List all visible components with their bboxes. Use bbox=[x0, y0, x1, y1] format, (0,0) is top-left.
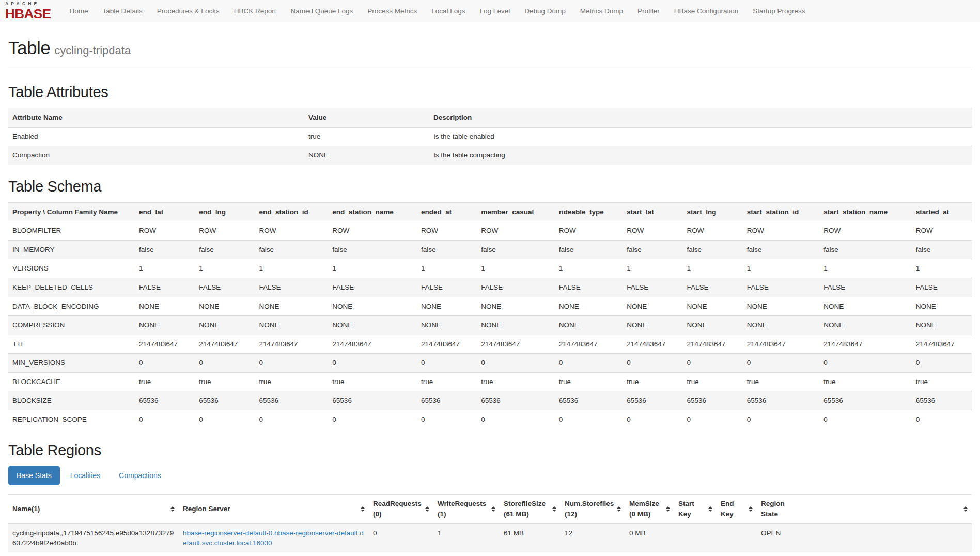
schema-value-cell: 2147483647 bbox=[135, 335, 195, 354]
regions-col-readrequests-0[interactable]: ReadRequests (0) bbox=[369, 495, 433, 523]
nav-items: HomeTable DetailsProcedures & LocksHBCK … bbox=[63, 2, 813, 21]
hbase-logo[interactable]: APACHE HBASE bbox=[5, 2, 51, 20]
sort-up-arrow bbox=[552, 506, 556, 509]
sort-icon bbox=[361, 506, 365, 512]
schema-value-cell: NONE bbox=[682, 297, 742, 316]
table-row: cycling-tripdata,,1719475156245.e95d0a13… bbox=[8, 523, 972, 552]
schema-value-cell: 1 bbox=[328, 259, 417, 278]
tab-localities[interactable]: Localities bbox=[62, 466, 108, 485]
cell-end-key bbox=[717, 523, 757, 552]
attributes-col-description: Description bbox=[429, 108, 972, 128]
nav-item-named-queue-logs[interactable]: Named Queue Logs bbox=[283, 2, 360, 21]
sort-up-arrow bbox=[617, 506, 621, 509]
schema-value-cell: 0 bbox=[819, 410, 911, 428]
sort-down-arrow bbox=[491, 510, 495, 512]
schema-value-cell: ROW bbox=[255, 221, 328, 241]
schema-header-row: Property \ Column Family Nameend_latend_… bbox=[8, 202, 972, 221]
schema-value-cell: 1 bbox=[743, 259, 820, 278]
sort-icon bbox=[666, 506, 670, 512]
nav-item-startup-progress[interactable]: Startup Progress bbox=[745, 2, 812, 21]
schema-property-name: COMPRESSION bbox=[8, 316, 135, 335]
nav-item-procedures-locks[interactable]: Procedures & Locks bbox=[150, 2, 227, 21]
sort-up-arrow bbox=[666, 506, 670, 509]
schema-value-cell: 0 bbox=[417, 354, 477, 373]
schema-value-cell: false bbox=[135, 240, 195, 259]
schema-value-cell: 1 bbox=[819, 259, 911, 278]
schema-value-cell: FALSE bbox=[328, 278, 417, 297]
schema-property-name: IN_MEMORY bbox=[8, 240, 135, 259]
regions-col-num-storefiles-12[interactable]: Num.Storefiles (12) bbox=[561, 495, 625, 523]
sort-up-arrow bbox=[361, 506, 365, 509]
cell-region-state: OPEN bbox=[757, 523, 972, 552]
schema-value-cell: FALSE bbox=[555, 278, 623, 297]
regions-col-region-server[interactable]: Region Server bbox=[179, 495, 369, 523]
regions-col-label: ReadRequests (0) bbox=[373, 499, 423, 519]
schema-value-cell: false bbox=[623, 240, 682, 259]
regions-col-label: Start Key bbox=[678, 499, 700, 519]
table-row: TTL2147483647214748364721474836472147483… bbox=[8, 335, 972, 354]
schema-value-cell: false bbox=[555, 240, 623, 259]
attributes-body: Attribute NameValueDescriptionEnabledtru… bbox=[8, 108, 972, 165]
schema-value-cell: 2147483647 bbox=[682, 335, 742, 354]
attributes-col-attribute-name: Attribute Name bbox=[8, 108, 304, 128]
sort-up-arrow bbox=[425, 506, 429, 509]
schema-value-cell: 0 bbox=[912, 410, 972, 428]
schema-value-cell: 1 bbox=[255, 259, 328, 278]
regions-col-end-key[interactable]: End Key bbox=[717, 495, 757, 523]
regions-col-memsize-0-mb[interactable]: MemSize (0 MB) bbox=[625, 495, 674, 523]
schema-value-cell: 0 bbox=[912, 354, 972, 373]
schema-value-cell: 0 bbox=[477, 354, 555, 373]
schema-value-cell: true bbox=[477, 372, 555, 391]
schema-body: Property \ Column Family Nameend_latend_… bbox=[8, 202, 972, 428]
schema-value-cell: true bbox=[819, 372, 911, 391]
regions-col-writerequests-1[interactable]: WriteRequests (1) bbox=[433, 495, 500, 523]
schema-value-cell: 65536 bbox=[912, 391, 972, 410]
schema-value-cell: FALSE bbox=[682, 278, 742, 297]
sort-down-arrow bbox=[361, 510, 365, 512]
schema-value-cell: 65536 bbox=[555, 391, 623, 410]
schema-property-name: BLOCKCACHE bbox=[8, 372, 135, 391]
region-server-link[interactable]: hbase-regionserver-default-0.hbase-regio… bbox=[183, 529, 364, 547]
logo-hbase-text: HBASE bbox=[5, 7, 51, 20]
nav-item-table-details[interactable]: Table Details bbox=[96, 2, 150, 21]
schema-property-name: TTL bbox=[8, 335, 135, 354]
schema-property-name: BLOOMFILTER bbox=[8, 221, 135, 241]
schema-value-cell: FALSE bbox=[819, 278, 911, 297]
regions-col-label: WriteRequests (1) bbox=[438, 499, 489, 519]
nav-item-debug-dump[interactable]: Debug Dump bbox=[517, 2, 573, 21]
schema-value-cell: NONE bbox=[819, 316, 911, 335]
table-row: IN_MEMORYfalsefalsefalsefalsefalsefalsef… bbox=[8, 240, 972, 259]
sort-up-arrow bbox=[708, 506, 712, 509]
regions-col-start-key[interactable]: Start Key bbox=[674, 495, 717, 523]
schema-value-cell: true bbox=[743, 372, 820, 391]
schema-value-cell: false bbox=[328, 240, 417, 259]
nav-item-home[interactable]: Home bbox=[63, 2, 96, 21]
attribute-cell: Enabled bbox=[8, 127, 304, 146]
schema-value-cell: 1 bbox=[195, 259, 255, 278]
schema-value-cell: 2147483647 bbox=[477, 335, 555, 354]
schema-value-cell: NONE bbox=[135, 297, 195, 316]
table-row: BLOOMFILTERROWROWROWROWROWROWROWROWROWRO… bbox=[8, 221, 972, 241]
schema-value-cell: true bbox=[135, 372, 195, 391]
nav-item-hbase-configuration[interactable]: HBase Configuration bbox=[667, 2, 746, 21]
regions-col-label: Name(1) bbox=[12, 504, 40, 514]
nav-item-metrics-dump[interactable]: Metrics Dump bbox=[573, 2, 630, 21]
nav-item-local-logs[interactable]: Local Logs bbox=[424, 2, 472, 21]
schema-value-cell: 2147483647 bbox=[819, 335, 911, 354]
regions-col-region-state[interactable]: Region State bbox=[757, 495, 972, 523]
regions-col-name-1[interactable]: Name(1) bbox=[8, 495, 179, 523]
schema-value-cell: ROW bbox=[743, 221, 820, 241]
nav-item-log-level[interactable]: Log Level bbox=[473, 2, 518, 21]
nav-item-hbck-report[interactable]: HBCK Report bbox=[227, 2, 284, 21]
tab-compactions[interactable]: Compactions bbox=[111, 466, 169, 485]
schema-value-cell: ROW bbox=[195, 221, 255, 241]
schema-value-cell: 1 bbox=[555, 259, 623, 278]
schema-value-cell: 0 bbox=[555, 410, 623, 428]
schema-value-cell: ROW bbox=[912, 221, 972, 241]
nav-item-process-metrics[interactable]: Process Metrics bbox=[360, 2, 424, 21]
schema-value-cell: FALSE bbox=[743, 278, 820, 297]
nav-item-profiler[interactable]: Profiler bbox=[630, 2, 667, 21]
tab-base-stats[interactable]: Base Stats bbox=[8, 466, 60, 485]
schema-value-cell: FALSE bbox=[912, 278, 972, 297]
regions-col-storefilesize-61-mb[interactable]: StorefileSize (61 MB) bbox=[500, 495, 561, 523]
